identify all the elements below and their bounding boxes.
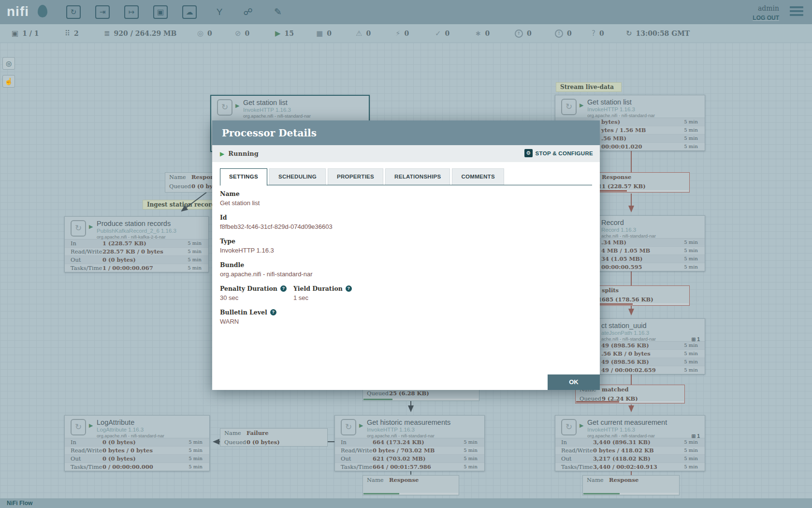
queue-progress <box>583 493 679 494</box>
cluster-icon: ▣ <box>12 29 18 38</box>
breadcrumb[interactable]: NiFi Flow <box>7 500 32 507</box>
remote-process-group-icon[interactable]: ☁ <box>182 5 197 19</box>
refresh-icon[interactable]: ↻ <box>626 29 632 38</box>
invalid-count: 0 <box>366 30 371 37</box>
tab-properties[interactable]: PROPERTIES <box>328 168 383 185</box>
canvas-label-stream-live-data[interactable]: Stream live-data <box>556 82 622 92</box>
processor-name: ct station_uuid <box>601 322 647 329</box>
not-transmitting-icon: ⊘ <box>235 29 241 38</box>
connection-label-failure[interactable]: NameFailure Queued0 (0 bytes) <box>220 428 328 447</box>
stopped-icon: ■ <box>316 29 323 38</box>
stop-and-configure-button[interactable]: ⚙ STOP & CONFIGURE <box>524 149 593 157</box>
running-icon: ▶ <box>89 224 93 230</box>
tab-comments[interactable]: COMMENTS <box>452 168 504 185</box>
running-icon: ▶ <box>359 422 363 429</box>
running-icon: ▶ <box>275 29 281 38</box>
processor-name: Get station list <box>243 99 288 106</box>
processor-type-icon: ↻ <box>561 99 577 115</box>
canvas-label-ingest-station-records[interactable]: Ingest station records <box>143 200 214 209</box>
processor-name: Get historic measurements <box>367 418 450 426</box>
sync-failure-count: 0 <box>599 30 604 37</box>
processor-icon[interactable]: ↻ <box>66 5 81 19</box>
navigate-tool-button[interactable]: ◎ <box>2 57 15 70</box>
running-icon: ▶ <box>89 422 93 429</box>
connection-label-response-bottom-right[interactable]: NameResponse <box>582 475 680 495</box>
processor-details-dialog: Processor Details ▶ Running ⚙ STOP & CON… <box>212 120 600 390</box>
template-icon[interactable]: ☍ <box>241 5 255 19</box>
stat-row: Tasks/Time3,440 / 00:02:40.9135 min <box>555 463 705 471</box>
processor-get-historic-measurements[interactable]: ↻ ▶ Get historic measurements InvokeHTTP… <box>334 415 485 471</box>
stat-row: Read/Write0 bytes / 418.02 KB5 min <box>555 447 705 455</box>
processor-get-current-measurement[interactable]: ↻ ▶ Get current measurement InvokeHTTP 1… <box>555 415 705 471</box>
processor-type: ateJsonPath 1.16.3 <box>601 330 649 336</box>
running-state-icon: ▶ <box>220 150 224 157</box>
field-bundle: Bundle org.apache.nifi - nifi-standard-n… <box>220 261 592 278</box>
locally-modified-count: 0 <box>485 30 490 37</box>
processor-bundle: ache.nifi - nifi-standard-nar <box>601 336 656 342</box>
field-id: Id f8fbeb32-fc46-31cf-829d-074d09e36603 <box>220 214 592 230</box>
process-group-icon[interactable]: ▣ <box>153 5 168 19</box>
tab-relationships[interactable]: RELATIONSHIPS <box>385 168 450 185</box>
help-icon[interactable]: ? <box>346 285 352 292</box>
stat-row: Out3,217 (418.02 KB)5 min <box>555 455 705 463</box>
processor-produce-station-records[interactable]: ↻ ▶ Produce station records PublishKafka… <box>64 216 209 272</box>
dialog-header: Processor Details <box>212 120 600 145</box>
stat-row: Out621 (703.02 MB)5 min <box>335 455 484 463</box>
modified-stale-count: 0 <box>567 30 572 37</box>
breadcrumb-bar: NiFi Flow <box>0 498 812 508</box>
processor-type-icon: ↻ <box>341 419 356 435</box>
help-icon[interactable]: ? <box>270 309 276 315</box>
connection-label-queued-25[interactable]: Queued25 (6.28 KB) <box>362 388 479 401</box>
processor-type: InvokeHTTP 1.16.3 <box>587 106 635 112</box>
stat-row: Out0 (0 bytes)5 min <box>65 256 208 264</box>
last-refresh-time: 13:00:58 GMT <box>636 30 690 37</box>
hand-tool-button[interactable]: ☝ <box>2 75 15 88</box>
processor-bundle: org.apache.nifi - nifi-standard-nar <box>97 433 164 438</box>
queued-count: 920 / 264.29 MB <box>114 30 177 37</box>
field-penalty-duration: Penalty Duration? 30 sec <box>220 285 293 301</box>
ok-button[interactable]: OK <box>548 374 600 390</box>
dialog-tabs: SETTINGS SCHEDULING PROPERTIES RELATIONS… <box>220 168 592 185</box>
stale-icon: ↑ <box>515 30 523 38</box>
running-icon: ▶ <box>580 422 583 429</box>
label-icon[interactable]: ✎ <box>271 5 285 19</box>
processor-logattribute[interactable]: ↻ ▶ LogAttribute LogAttribute 1.16.3 org… <box>64 415 210 471</box>
input-port-icon[interactable]: ⇥ <box>95 5 110 19</box>
processor-name: LogAttribute <box>97 418 134 426</box>
queue-progress <box>576 401 684 403</box>
processor-name: Produce station records <box>97 220 171 227</box>
field-type: Type InvokeHTTP 1.16.3 <box>220 238 592 254</box>
stat-row: Read/Write228.57 KB / 0 bytes5 min <box>65 248 208 256</box>
tab-scheduling[interactable]: SCHEDULING <box>269 168 326 185</box>
stat-row: Read/Write0 bytes / 703.02 MB5 min <box>335 447 484 455</box>
threads-icon: ⠿ <box>65 29 70 38</box>
disabled-count: 0 <box>405 30 409 37</box>
processor-name: Record <box>601 219 624 226</box>
field-name: Name Get station list <box>220 190 592 207</box>
help-icon[interactable]: ? <box>280 285 287 292</box>
queue-progress <box>363 493 458 494</box>
processor-type-icon: ↻ <box>217 99 232 116</box>
stat-row: Tasks/Time1 / 00:00:00.0675 min <box>65 264 208 272</box>
nifi-logo: nifi <box>7 4 29 19</box>
output-port-icon[interactable]: ↦ <box>124 5 139 19</box>
stopped-count: 0 <box>327 30 332 37</box>
invalid-icon: ⚠ <box>356 29 362 38</box>
cluster-count: 1 / 1 <box>22 30 39 37</box>
thread-count: 2 <box>74 30 79 37</box>
locally-modified-icon: ∗ <box>475 29 481 38</box>
processor-bundle: org.apache.nifi - nifi-kafka-2-6-nar <box>97 234 166 239</box>
tab-settings[interactable]: SETTINGS <box>220 168 267 186</box>
connection-label-response-bottom-middle[interactable]: NameResponse <box>362 475 459 495</box>
modified-stale-icon: ! <box>555 30 563 38</box>
funnel-icon[interactable]: Y <box>212 5 227 19</box>
processor-name: Get current measurement <box>587 418 667 426</box>
running-icon: ▶ <box>235 103 239 109</box>
running-icon: ▶ <box>580 102 583 108</box>
global-menu-button[interactable] <box>790 6 803 18</box>
stat-row: Out0 (0 bytes)5 min <box>65 455 209 463</box>
sync-failure-icon: ? <box>592 29 595 38</box>
status-bar: ▣1 / 1 ⠿2 ≣920 / 264.29 MB ◎0 ⊘0 ▶15 ■0 … <box>0 24 812 43</box>
logout-link[interactable]: LOG OUT <box>753 15 779 21</box>
not-transmitting-count: 0 <box>245 30 250 37</box>
